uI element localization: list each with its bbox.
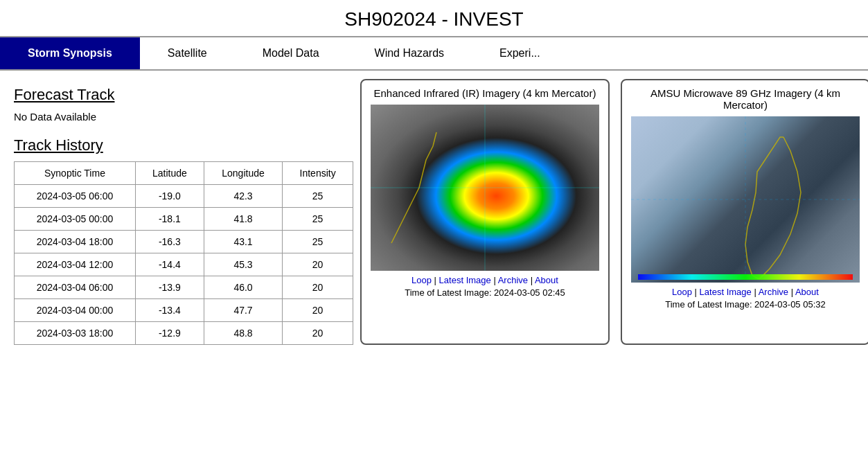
tab-wind-hazards[interactable]: Wind Hazards [347,37,472,69]
right-panels: Enhanced Infrared (IR) Imagery (4 km Mer… [353,79,868,352]
tab-experimental[interactable]: Experi... [472,37,568,69]
table-cell-col-0: 2024-03-04 06:00 [15,276,136,299]
table-cell-col-1: -18.1 [135,208,204,231]
table-cell-col-0: 2024-03-05 00:00 [15,208,136,231]
table-cell-col-2: 42.3 [204,185,282,208]
microwave-panel-title: AMSU Microwave 89 GHz Imagery (4 km Merc… [629,87,862,111]
track-history-table: Synoptic Time Latitude Longitude Intensi… [14,161,353,345]
table-cell-col-2: 45.3 [204,253,282,276]
table-cell-col-1: -19.0 [135,185,204,208]
ir-map-overlay [371,105,599,271]
table-cell-col-0: 2024-03-03 18:00 [15,322,136,345]
table-cell-col-1: -13.9 [135,276,204,299]
ir-panel-links: Loop | Latest Image | Archive | About [411,275,558,285]
table-cell-col-0: 2024-03-05 06:00 [15,185,136,208]
table-cell-col-3: 20 [283,322,353,345]
tab-storm-synopsis[interactable]: Storm Synopsis [0,37,140,69]
table-cell-col-0: 2024-03-04 18:00 [15,231,136,253]
table-cell-col-3: 20 [283,299,353,322]
ir-time-label: Time of Latest Image: 2024-03-05 02:45 [405,287,565,298]
col-longitude: Longitude [204,162,282,185]
table-cell-col-1: -12.9 [135,322,204,345]
ir-loop-link[interactable]: Loop [411,275,432,285]
ir-panel-title: Enhanced Infrared (IR) Imagery (4 km Mer… [374,87,596,99]
table-cell-col-2: 47.7 [204,299,282,322]
table-cell-col-1: -16.3 [135,231,204,253]
table-body: 2024-03-05 06:00-19.042.3252024-03-05 00… [15,185,353,345]
table-row: 2024-03-04 18:00-16.343.125 [15,231,353,253]
table-cell-col-3: 20 [283,276,353,299]
table-cell-col-3: 25 [283,231,353,253]
table-cell-col-1: -13.4 [135,299,204,322]
svg-rect-4 [638,274,853,280]
mw-map-overlay [631,116,860,283]
ir-image-panel: Enhanced Infrared (IR) Imagery (4 km Mer… [360,79,610,345]
page-title: SH902024 - INVEST [0,8,868,30]
microwave-time-label: Time of Latest Image: 2024-03-05 05:32 [665,299,826,310]
table-row: 2024-03-04 12:00-14.445.320 [15,253,353,276]
left-panel: Forecast Track No Data Available Track H… [0,79,353,352]
table-cell-col-0: 2024-03-04 00:00 [15,299,136,322]
no-data-label: No Data Available [14,111,339,123]
page-header: SH902024 - INVEST [0,0,868,37]
table-cell-col-2: 46.0 [204,276,282,299]
table-cell-col-0: 2024-03-04 12:00 [15,253,136,276]
forecast-track-title: Forecast Track [14,86,339,104]
col-synoptic-time: Synoptic Time [15,162,136,185]
table-cell-col-1: -14.4 [135,253,204,276]
table-row: 2024-03-04 06:00-13.946.020 [15,276,353,299]
table-cell-col-3: 20 [283,253,353,276]
mw-about-link[interactable]: About [795,287,819,297]
ir-latest-image-link[interactable]: Latest Image [439,275,491,285]
table-row: 2024-03-05 06:00-19.042.325 [15,185,353,208]
table-row: 2024-03-05 00:00-18.141.825 [15,208,353,231]
ir-image [371,105,599,271]
table-header-row: Synoptic Time Latitude Longitude Intensi… [15,162,353,185]
mw-loop-link[interactable]: Loop [672,287,692,297]
microwave-image [631,116,860,283]
navigation-tabs: Storm Synopsis Satellite Model Data Wind… [0,37,868,71]
tab-satellite[interactable]: Satellite [140,37,235,69]
mw-archive-link[interactable]: Archive [759,287,788,297]
microwave-panel-links: Loop | Latest Image | Archive | About [672,287,819,297]
table-cell-col-2: 43.1 [204,231,282,253]
ir-about-link[interactable]: About [535,275,558,285]
mw-latest-image-link[interactable]: Latest Image [700,287,752,297]
table-row: 2024-03-03 18:00-12.948.820 [15,322,353,345]
track-history-title: Track History [14,136,339,154]
ir-archive-link[interactable]: Archive [498,275,528,285]
table-cell-col-2: 41.8 [204,208,282,231]
table-row: 2024-03-04 00:00-13.447.720 [15,299,353,322]
table-cell-col-3: 25 [283,185,353,208]
microwave-image-panel: AMSU Microwave 89 GHz Imagery (4 km Merc… [621,79,868,345]
main-content: Forecast Track No Data Available Track H… [0,71,868,352]
col-intensity: Intensity [283,162,353,185]
table-cell-col-2: 48.8 [204,322,282,345]
tab-model-data[interactable]: Model Data [235,37,347,69]
col-latitude: Latitude [135,162,204,185]
table-cell-col-3: 25 [283,208,353,231]
